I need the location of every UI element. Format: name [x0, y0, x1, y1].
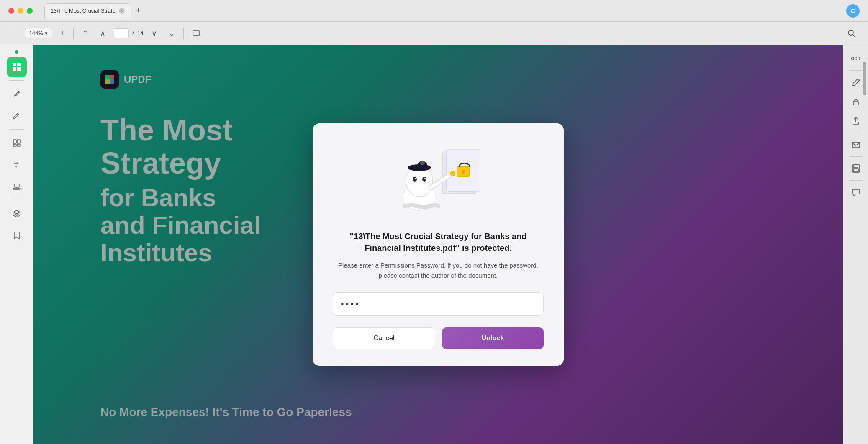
right-sidebar-separator-4 [850, 180, 862, 181]
tab-label: 13\The Most Crucial Strate [51, 8, 116, 14]
svg-rect-34 [852, 142, 860, 148]
password-modal: "13\The Most Crucial Strategy for Banks … [313, 123, 564, 366]
toolbar-separator-2 [183, 28, 184, 39]
sidebar-item-bookmark[interactable] [7, 225, 27, 245]
right-sidebar-share[interactable] [847, 112, 864, 129]
zoom-value: 144% [29, 30, 43, 36]
zoom-out-button[interactable]: − [8, 26, 20, 40]
main-container: UPDF The Most Strategy for Banks and Fin… [0, 45, 868, 444]
right-sidebar-separator-3 [850, 156, 862, 157]
svg-rect-11 [17, 140, 20, 143]
sidebar-divider-1 [9, 80, 24, 81]
total-pages: 14 [137, 30, 143, 36]
fullscreen-traffic-light[interactable] [27, 8, 33, 14]
page-first-button[interactable]: ⌃ [79, 26, 92, 41]
svg-rect-13 [17, 144, 20, 146]
sidebar-item-organize[interactable] [7, 133, 27, 153]
svg-rect-10 [13, 140, 16, 143]
svg-rect-14 [14, 184, 19, 187]
svg-point-31 [450, 171, 455, 176]
right-sidebar-edit[interactable] [847, 74, 864, 91]
user-avatar[interactable]: C [846, 4, 860, 18]
sidebar-item-edit[interactable] [7, 84, 27, 104]
unlock-button[interactable]: Unlock [442, 327, 544, 349]
ocr-label: OCR [851, 56, 860, 61]
toolbar: − 144% ▾ + ⌃ ∧ 1 / 14 ∨ ⌄ [0, 22, 868, 45]
scroll-thumb[interactable] [863, 62, 866, 95]
right-sidebar-ocr[interactable]: OCR [847, 50, 864, 67]
comment-button[interactable] [189, 27, 204, 40]
cancel-button[interactable]: Cancel [333, 327, 435, 349]
svg-rect-37 [853, 169, 858, 172]
svg-point-27 [424, 178, 426, 179]
page-next-button[interactable]: ∨ [148, 26, 160, 41]
page-separator: / [132, 30, 134, 36]
svg-rect-15 [13, 188, 20, 189]
page-navigation: 1 / 14 [114, 28, 143, 38]
svg-rect-4 [17, 63, 21, 66]
svg-point-30 [420, 161, 425, 165]
page-prev-button[interactable]: ∧ [97, 26, 109, 41]
toolbar-separator-1 [73, 28, 74, 39]
modal-description: Please enter a Permissions Password. If … [333, 260, 544, 281]
active-tab[interactable]: 13\The Most Crucial Strate × [44, 3, 131, 18]
sidebar-item-layers[interactable] [7, 204, 27, 224]
sidebar-active-dot [15, 50, 18, 54]
zoom-level-display[interactable]: 144% ▾ [25, 28, 52, 38]
svg-line-2 [853, 35, 855, 37]
modal-title: "13\The Most Crucial Strategy for Banks … [333, 230, 544, 254]
content-area: UPDF The Most Strategy for Banks and Fin… [33, 45, 843, 444]
traffic-lights [8, 8, 33, 14]
sidebar-item-annotate[interactable] [7, 106, 27, 126]
svg-rect-3 [13, 63, 16, 66]
current-page-input[interactable]: 1 [114, 28, 129, 38]
right-sidebar-chat[interactable] [847, 184, 864, 201]
sidebar-item-convert[interactable] [7, 155, 27, 175]
svg-point-26 [415, 178, 416, 179]
right-sidebar-save[interactable] [847, 160, 864, 177]
modal-buttons: Cancel Unlock [333, 327, 544, 349]
modal-overlay: "13\The Most Crucial Strategy for Banks … [33, 45, 843, 444]
left-sidebar [0, 45, 33, 444]
sidebar-item-stamp[interactable] [7, 176, 27, 196]
new-tab-button[interactable]: + [133, 5, 144, 17]
svg-rect-6 [17, 67, 21, 71]
svg-line-32 [857, 79, 859, 81]
svg-point-25 [422, 177, 426, 182]
svg-rect-36 [854, 165, 858, 168]
svg-rect-21 [462, 171, 464, 174]
titlebar: 13\The Most Crucial Strate × + C [0, 0, 868, 22]
svg-rect-12 [13, 144, 16, 146]
right-sidebar-mail[interactable] [847, 136, 864, 153]
right-sidebar-security[interactable] [847, 93, 864, 110]
right-sidebar-separator-2 [850, 133, 862, 133]
svg-point-24 [413, 177, 417, 182]
svg-rect-0 [193, 31, 200, 35]
modal-illustration [388, 143, 488, 219]
right-sidebar-separator-1 [850, 70, 862, 71]
tab-bar: 13\The Most Crucial Strate × + [44, 3, 144, 18]
close-traffic-light[interactable] [8, 8, 14, 14]
sidebar-divider-3 [9, 200, 24, 200]
svg-rect-5 [13, 67, 16, 71]
zoom-chevron-icon: ▾ [45, 30, 48, 36]
svg-point-1 [848, 30, 853, 35]
sidebar-divider-2 [9, 129, 24, 130]
search-button[interactable] [844, 26, 860, 41]
page-last-button[interactable]: ⌄ [165, 26, 178, 41]
tab-close-button[interactable]: × [119, 8, 125, 14]
password-input[interactable] [333, 292, 544, 316]
titlebar-right: C [846, 4, 860, 18]
zoom-in-button[interactable]: + [57, 26, 69, 40]
sidebar-item-thumbnail[interactable] [7, 57, 27, 77]
right-sidebar: OCR [843, 45, 868, 444]
svg-line-8 [17, 114, 18, 115]
minimize-traffic-light[interactable] [18, 8, 23, 14]
svg-rect-33 [853, 101, 858, 105]
svg-line-7 [18, 92, 19, 93]
